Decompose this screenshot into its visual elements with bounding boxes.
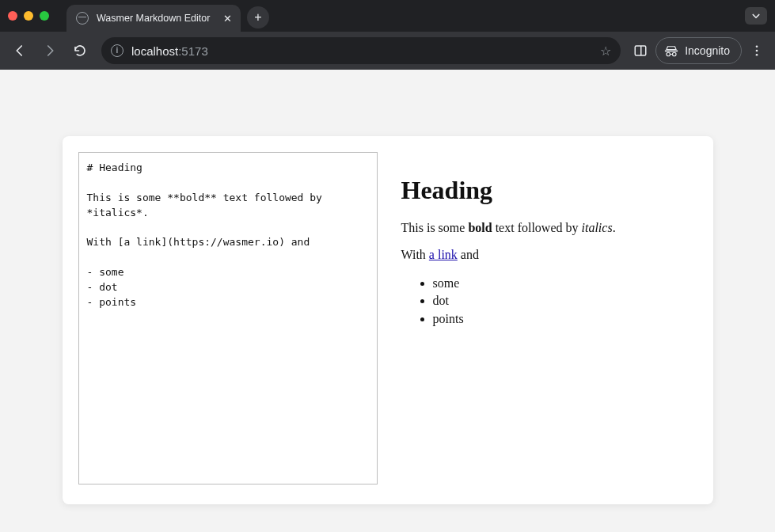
page-viewport: Heading This is some bold text followed … — [0, 70, 775, 532]
list-item: points — [433, 310, 697, 328]
minimize-window-button[interactable] — [24, 11, 33, 21]
svg-point-4 — [756, 54, 758, 56]
incognito-label: Incognito — [685, 44, 730, 57]
reload-button[interactable] — [66, 37, 93, 64]
preview-link[interactable]: a link — [429, 248, 458, 261]
bookmark-button[interactable]: ☆ — [600, 44, 611, 59]
text-span: text followed by — [492, 221, 582, 234]
window-controls — [8, 11, 49, 21]
list-item: dot — [433, 292, 697, 310]
tab-search-button[interactable] — [745, 7, 767, 25]
browser-chrome: Wasmer Markdown Editor ✕ + i localhost:5… — [0, 0, 775, 70]
preview-paragraph-2: With a link and — [401, 248, 697, 262]
preview-paragraph-1: This is some bold text followed by itali… — [401, 221, 697, 235]
tab-title: Wasmer Markdown Editor — [97, 13, 210, 24]
markdown-source-input[interactable] — [78, 152, 378, 484]
incognito-indicator[interactable]: Incognito — [655, 37, 742, 64]
incognito-icon — [664, 44, 678, 58]
maximize-window-button[interactable] — [40, 11, 49, 21]
preview-list: some dot points — [401, 275, 697, 328]
site-info-icon[interactable]: i — [111, 44, 123, 57]
reload-icon — [73, 44, 87, 58]
chevron-down-icon — [749, 9, 763, 23]
browser-toolbar: i localhost:5173 ☆ Incognito — [0, 32, 775, 70]
preview-heading: Heading — [401, 176, 697, 205]
text-span: and — [458, 248, 479, 261]
arrow-right-icon — [43, 44, 57, 58]
text-span: . — [613, 221, 616, 234]
italic-span: italics — [582, 221, 613, 234]
url-host: localhost — [131, 44, 178, 58]
text-span: With — [401, 248, 429, 261]
arrow-left-icon — [13, 44, 27, 58]
bold-span: bold — [468, 221, 492, 234]
panel-icon — [633, 44, 648, 58]
markdown-preview: Heading This is some bold text followed … — [401, 152, 697, 488]
globe-icon — [76, 12, 89, 25]
nav-forward-button[interactable] — [36, 37, 63, 64]
editor-card: Heading This is some bold text followed … — [63, 136, 713, 504]
close-window-button[interactable] — [8, 11, 17, 21]
close-tab-button[interactable]: ✕ — [222, 13, 233, 24]
new-tab-button[interactable]: + — [247, 6, 269, 28]
address-bar[interactable]: i localhost:5173 ☆ — [101, 37, 621, 64]
tab-strip: Wasmer Markdown Editor ✕ + — [0, 0, 775, 32]
url-text: localhost:5173 — [131, 44, 208, 58]
url-port: :5173 — [178, 44, 208, 58]
kebab-icon — [750, 44, 764, 58]
browser-tab[interactable]: Wasmer Markdown Editor ✕ — [66, 5, 241, 32]
text-span: This is some — [401, 221, 469, 234]
svg-point-3 — [756, 50, 758, 52]
side-panel-button[interactable] — [629, 37, 652, 64]
browser-menu-button[interactable] — [745, 37, 769, 64]
svg-point-2 — [756, 45, 758, 48]
list-item: some — [433, 275, 697, 292]
nav-back-button[interactable] — [6, 37, 33, 64]
